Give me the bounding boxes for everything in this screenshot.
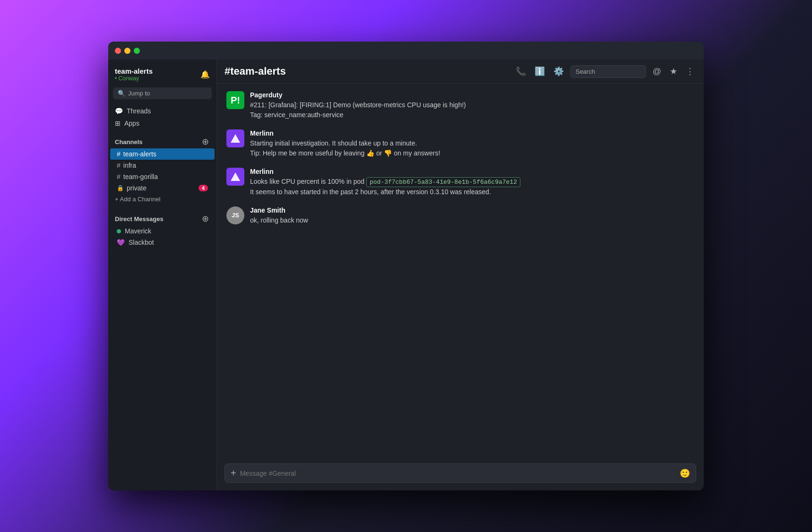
online-status-icon	[117, 229, 121, 233]
workspace-name[interactable]: team-alerts	[115, 67, 153, 75]
message-sender: Pagerduty	[250, 91, 694, 99]
pod-id-code: pod-3f7cbb67-5a83-41e9-8e1b-5f6a6c9a7e12	[366, 177, 520, 187]
channel-name: team-gorilla	[123, 173, 158, 180]
channel-item-team-gorilla[interactable]: # team-gorilla	[110, 171, 215, 182]
message-content: Merlinn Looks like CPU percent is 100% i…	[250, 168, 694, 197]
app-body: team-alerts Conway 🔔 🔍 Jump to 💬 Threads…	[108, 60, 704, 490]
message-line-1: #211: [Grafana]: [FIRING:1] Demo (websto…	[250, 101, 466, 109]
message-group-merlinn-2: Merlinn Looks like CPU percent is 100% i…	[226, 168, 694, 197]
channel-title: #team-alerts	[225, 65, 508, 77]
dm-name: Maverick	[125, 227, 151, 235]
message-line-2: Tip: Help me be more useful by leaving 👍…	[250, 149, 440, 157]
message-content: Jane Smith ok, rolling back now	[250, 206, 694, 225]
message-group-pagerduty: P! Pagerduty #211: [Grafana]: [FIRING:1]…	[226, 91, 694, 120]
dm-section: Direct Messages ⊕ Maverick 💜 Slackbot	[108, 210, 216, 248]
triangle-icon	[231, 172, 240, 181]
add-dm-icon[interactable]: ⊕	[200, 214, 210, 223]
title-bar	[108, 42, 704, 60]
workspace-status: Conway	[115, 75, 153, 82]
message-text: Starting initial investigation. It shoul…	[250, 138, 694, 158]
threads-icon: 💬	[115, 107, 123, 115]
message-line-2: Tag: service_name:auth-service	[250, 111, 344, 119]
message-group-merlinn-1: Merlinn Starting initial investigation. …	[226, 129, 694, 158]
notifications-bell-icon[interactable]: 🔔	[200, 70, 210, 79]
avatar-merlinn	[226, 129, 244, 147]
star-icon[interactable]: ★	[668, 64, 679, 78]
message-content: Merlinn Starting initial investigation. …	[250, 129, 694, 158]
channel-name: team-alerts	[123, 150, 156, 158]
attach-icon[interactable]: +	[231, 468, 236, 479]
channels-section-title: Channels	[115, 138, 143, 146]
channels-section-header: Channels ⊕	[108, 133, 216, 148]
message-input-area: + 🙂	[217, 459, 704, 490]
hash-icon: #	[117, 150, 121, 158]
more-options-icon[interactable]: ⋮	[684, 64, 696, 78]
channel-item-private[interactable]: 🔒 private 4	[110, 182, 215, 194]
messages-area: P! Pagerduty #211: [Grafana]: [FIRING:1]…	[217, 84, 704, 459]
channel-name: private	[127, 184, 147, 192]
dm-name: Slackbot	[129, 239, 154, 246]
settings-icon[interactable]: ⚙️	[552, 64, 566, 78]
dm-section-header: Direct Messages ⊕	[108, 210, 216, 225]
slackbot-icon: 💜	[117, 239, 125, 246]
message-content: Pagerduty #211: [Grafana]: [FIRING:1] De…	[250, 91, 694, 120]
traffic-lights	[115, 48, 140, 54]
dm-item-maverick[interactable]: Maverick	[110, 225, 215, 237]
sidebar: team-alerts Conway 🔔 🔍 Jump to 💬 Threads…	[108, 60, 217, 490]
threads-label: Threads	[127, 107, 151, 115]
channel-name: infra	[123, 162, 136, 169]
app-window: team-alerts Conway 🔔 🔍 Jump to 💬 Threads…	[108, 42, 704, 490]
dm-section-title: Direct Messages	[115, 215, 164, 223]
avatar-pagerduty: P!	[226, 91, 244, 109]
apps-label: Apps	[124, 120, 139, 127]
apps-icon: ⊞	[115, 120, 121, 127]
channel-item-infra[interactable]: # infra	[110, 160, 215, 171]
sidebar-item-apps[interactable]: ⊞ Apps	[111, 117, 214, 129]
message-group-jane: JS Jane Smith ok, rolling back now	[226, 206, 694, 225]
message-sender: Merlinn	[250, 168, 694, 175]
message-after-code: It seems to have started in the past 2 h…	[250, 188, 491, 196]
dm-item-slackbot[interactable]: 💜 Slackbot	[110, 237, 215, 248]
hash-icon: #	[117, 162, 121, 169]
channel-item-team-alerts[interactable]: # team-alerts	[110, 148, 215, 160]
message-input[interactable]	[240, 470, 676, 477]
info-icon[interactable]: ℹ️	[533, 64, 547, 78]
lock-icon: 🔒	[117, 185, 124, 191]
emoji-icon[interactable]: 🙂	[680, 468, 690, 479]
message-line-1: Starting initial investigation. It shoul…	[250, 139, 417, 147]
message-text: ok, rolling back now	[250, 215, 694, 225]
message-sender: Merlinn	[250, 129, 694, 137]
avatar-merlinn	[226, 168, 244, 186]
channels-list: # team-alerts # infra # team-gorilla	[108, 148, 216, 194]
hash-icon: #	[117, 173, 121, 180]
workspace-header: team-alerts Conway 🔔	[108, 65, 216, 87]
message-sender: Jane Smith	[250, 206, 694, 214]
triangle-icon	[231, 134, 240, 143]
message-text: Looks like CPU percent is 100% in pod po…	[250, 177, 694, 197]
jump-to-input[interactable]: 🔍 Jump to	[113, 87, 212, 99]
add-channel-button[interactable]: + Add a Channel	[108, 194, 216, 206]
maximize-button[interactable]	[134, 48, 140, 54]
at-icon[interactable]: @	[651, 65, 663, 78]
sidebar-item-threads[interactable]: 💬 Threads	[111, 105, 214, 117]
search-icon: 🔍	[118, 90, 125, 97]
message-text: #211: [Grafana]: [FIRING:1] Demo (websto…	[250, 100, 694, 120]
sidebar-nav: 💬 Threads ⊞ Apps	[108, 105, 216, 129]
header-actions: 📞 ℹ️ ⚙️ @ ★ ⋮	[514, 64, 696, 78]
message-input-container: + 🙂	[225, 463, 696, 483]
pagerduty-logo: P!	[231, 95, 240, 106]
unread-badge: 4	[199, 185, 208, 191]
phone-icon[interactable]: 📞	[514, 64, 528, 78]
avatar-jane: JS	[226, 206, 244, 224]
main-content: #team-alerts 📞 ℹ️ ⚙️ @ ★ ⋮ P!	[217, 60, 704, 490]
close-button[interactable]	[115, 48, 121, 54]
channel-header: #team-alerts 📞 ℹ️ ⚙️ @ ★ ⋮	[217, 60, 704, 84]
minimize-button[interactable]	[124, 48, 130, 54]
message-before-code: Looks like CPU percent is 100% in pod	[250, 178, 366, 185]
jump-to-label: Jump to	[128, 90, 150, 97]
workspace-info: team-alerts Conway	[115, 67, 153, 82]
add-channel-icon[interactable]: ⊕	[200, 137, 210, 146]
search-input[interactable]	[570, 65, 646, 78]
